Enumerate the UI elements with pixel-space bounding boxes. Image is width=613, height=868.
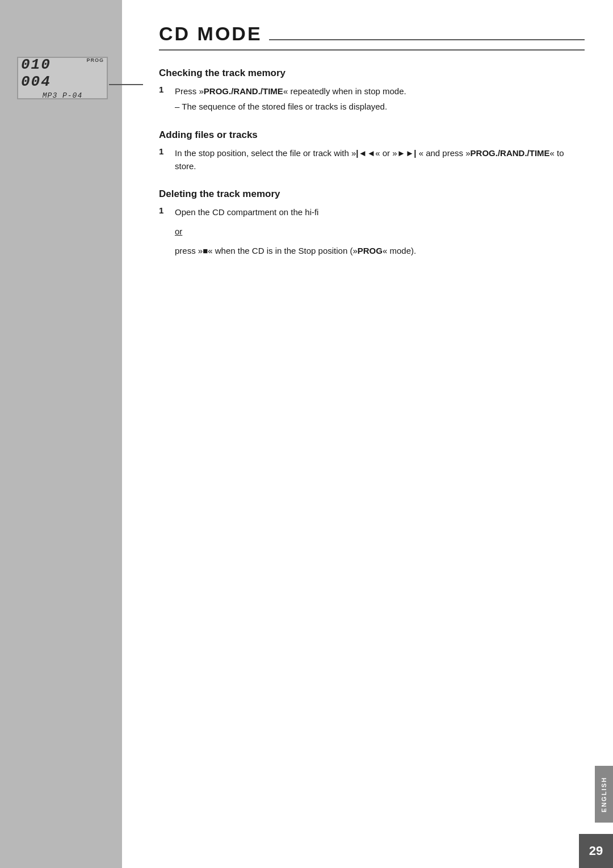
checking-step1-sub: – The sequence of the stored files or tr… xyxy=(175,100,406,113)
lcd-sub-display: MP3 P-04 xyxy=(43,91,82,100)
adding-step1-prefix: In the stop position, select the file or… xyxy=(175,148,356,158)
checking-step1: 1 Press »PROG./RAND./TIME« repeatedly wh… xyxy=(159,85,585,114)
adding-bold1: |◄◄ xyxy=(356,148,375,158)
lcd-panel: 010 004 PROG MP3 P-04 xyxy=(17,57,108,99)
checking-step1-bold: PROG./RAND./TIME xyxy=(204,86,283,96)
page-title-text: CD MODE xyxy=(159,23,262,45)
title-underline xyxy=(269,39,585,40)
deleting-step1-content: Open the CD compartment on the hi-fi xyxy=(175,206,318,219)
checking-step1-content: Press »PROG./RAND./TIME« repeatedly when… xyxy=(175,85,406,114)
section-deleting-title: Deleting the track memory xyxy=(159,188,585,200)
page-number: 29 xyxy=(589,844,603,858)
deleting-press-bold: PROG xyxy=(358,246,383,255)
deleting-step1-text: Open the CD compartment on the hi-fi xyxy=(175,207,318,217)
adding-suffix1: « and press » xyxy=(416,148,470,158)
deleting-step1: 1 Open the CD compartment on the hi-fi xyxy=(159,206,585,219)
deleting-press-prefix: press » xyxy=(175,246,203,255)
adding-bold3: PROG./RAND./TIME xyxy=(471,148,550,158)
adding-step1-content: In the stop position, select the file or… xyxy=(175,146,585,173)
page-number-box: 29 xyxy=(579,834,613,868)
step-number-3: 1 xyxy=(159,206,168,219)
deleting-press-suffix: « mode). xyxy=(383,246,416,255)
section-checking: Checking the track memory 1 Press »PROG.… xyxy=(159,68,585,114)
checking-step1-prefix: Press » xyxy=(175,86,204,96)
checking-step1-suffix: « repeatedly when in stop mode. xyxy=(283,86,406,96)
section-adding: Adding files or tracks 1 In the stop pos… xyxy=(159,129,585,173)
page-title: CD MODE xyxy=(159,23,585,51)
adding-middle: « or » xyxy=(375,148,397,158)
section-adding-title: Adding files or tracks xyxy=(159,129,585,141)
lcd-main-display: 010 004 PROG xyxy=(21,56,104,90)
connector-line xyxy=(109,84,143,85)
sidebar: 010 004 PROG MP3 P-04 xyxy=(0,0,122,868)
deleting-press-middle: « when the CD is in the Stop position (» xyxy=(208,246,357,255)
or-text: or xyxy=(175,227,585,236)
section-checking-title: Checking the track memory xyxy=(159,68,585,79)
deleting-press-line: press »■« when the CD is in the Stop pos… xyxy=(159,244,585,257)
main-content: CD MODE Checking the track memory 1 Pres… xyxy=(142,0,613,868)
section-deleting: Deleting the track memory 1 Open the CD … xyxy=(159,188,585,258)
lcd-digits: 010 004 xyxy=(21,56,83,90)
lcd-prog-label: PROG xyxy=(86,57,104,63)
step-number-2: 1 xyxy=(159,146,168,173)
adding-step1: 1 In the stop position, select the file … xyxy=(159,146,585,173)
step-number: 1 xyxy=(159,85,168,114)
adding-bold2: ►►| xyxy=(397,148,417,158)
english-tab-text: ENGLISH xyxy=(601,777,607,812)
deleting-press-icon: ■ xyxy=(203,246,208,255)
english-tab: ENGLISH xyxy=(595,766,613,823)
